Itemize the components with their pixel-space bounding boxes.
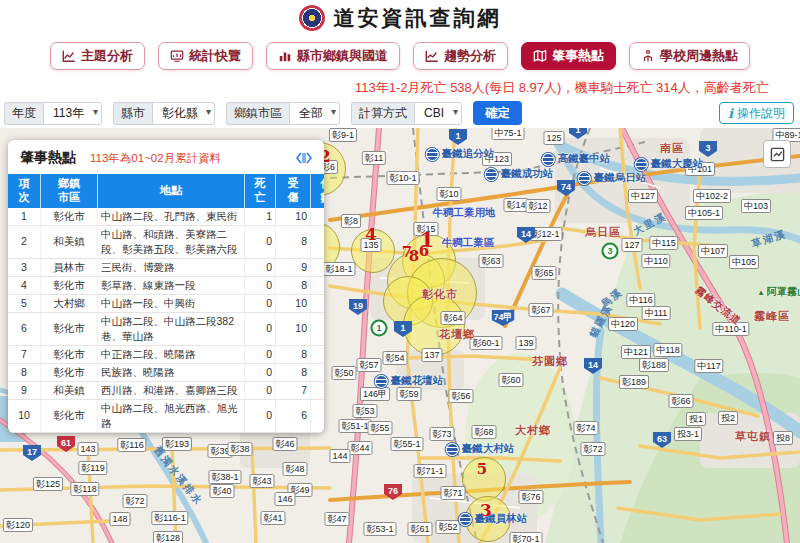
table-cell: 0 <box>245 345 276 363</box>
table-cell: 0 <box>245 294 276 312</box>
method-label: 計算方式 <box>351 102 414 125</box>
table-cell: 中山路一段、中興街 <box>98 294 245 312</box>
table-cell: 0 <box>245 381 276 399</box>
column-header: 件 數 <box>311 174 325 208</box>
table-cell: 彰化市 <box>41 312 98 345</box>
column-header: 死 亡 <box>245 174 276 208</box>
table-cell: 中山路二段、中山路二段382巷、華山路 <box>98 312 245 345</box>
column-header: 鄉鎮 市區 <box>41 174 98 208</box>
table-cell: 2 <box>8 225 41 258</box>
panel-header: 肇事熱點 113年為01~02月累計資料 <box>8 140 324 174</box>
table-cell: 彰化市 <box>41 399 98 432</box>
hotspot-circle[interactable] <box>351 229 395 273</box>
nav-tab-trend-analysis[interactable]: 趨勢分析 <box>413 42 508 70</box>
table-row[interactable]: 7彰化市中正路二段、曉陽路085 <box>8 345 324 363</box>
stats-marquee: 113年1-2月死亡 538人(每日 8.97人)，機車騎士死亡 314人，高齡… <box>0 79 800 97</box>
table-cell: 0 <box>245 363 276 381</box>
table-cell: 0 <box>245 276 276 294</box>
year-label: 年度 <box>4 102 43 125</box>
table-cell: 三民街、博愛路 <box>98 258 245 276</box>
table-cell: 10 <box>8 399 41 432</box>
table-cell: 彰草路、線東路一段 <box>98 276 245 294</box>
table-cell: 1 <box>245 208 276 226</box>
nav-tab-stats-overview[interactable]: 統計快覽 <box>158 42 253 70</box>
hotspot-table-body: 1彰化市中山路二段、孔門路、東民街11082和美鎮中山路、和頭路、美寮路二段、彰… <box>8 208 324 433</box>
year-select[interactable]: 113年 <box>43 102 102 125</box>
table-cell: 6 <box>8 312 41 345</box>
table-cell: 西川路、和港路、嘉卿路三段 <box>98 381 245 399</box>
table-cell: 中山路二段、孔門路、東民街 <box>98 208 245 226</box>
table-cell: 8 <box>8 363 41 381</box>
nav-tab-theme-analysis[interactable]: 主題分析 <box>50 42 145 70</box>
filter-bar: 年度 113年 縣市 彰化縣 鄉鎮市區 全部 計算方式 CBI 確定 i 操作說… <box>0 99 800 127</box>
nav-tab-county-township-highway[interactable]: 縣市鄉鎮與國道 <box>266 42 400 70</box>
table-row[interactable]: 2和美鎮中山路、和頭路、美寮路二段、彰美路五段、彰美路六段087 <box>8 225 324 258</box>
table-cell: 3 <box>8 258 41 276</box>
table-cell: 9 <box>8 381 41 399</box>
help-label: 操作說明 <box>737 105 785 122</box>
table-cell: 0 <box>245 312 276 345</box>
table-cell: 8 <box>276 225 311 258</box>
map-icon <box>533 49 547 63</box>
marquee-text: 113年1-2月死亡 538人(每日 8.97人)，機車騎士死亡 314人，高齡… <box>355 79 769 97</box>
town-select[interactable]: 全部 <box>289 102 340 125</box>
column-header: 地點 <box>98 174 245 208</box>
nav-label: 統計快覽 <box>189 47 241 65</box>
table-cell: 0 <box>245 399 276 432</box>
panel-subtitle: 113年為01~02月累計資料 <box>90 151 221 166</box>
table-cell: 5 <box>311 312 325 345</box>
table-cell: 10 <box>276 294 311 312</box>
table-cell: 5 <box>311 345 325 363</box>
county-select[interactable]: 彰化縣 <box>152 102 215 125</box>
column-header: 受 傷 <box>276 174 311 208</box>
map-layers-icon <box>770 147 785 162</box>
hotspot-panel: 肇事熱點 113年為01~02月累計資料 項 次鄉鎮 市區地點死 亡受 傷件 數… <box>8 140 324 433</box>
collapse-icon <box>296 152 312 164</box>
table-cell: 5 <box>311 294 325 312</box>
column-header: 項 次 <box>8 174 41 208</box>
bar-chart-icon <box>278 49 292 63</box>
nav-label: 肇事熱點 <box>552 47 604 65</box>
hotspot-table: 項 次鄉鎮 市區地點死 亡受 傷件 數 1彰化市中山路二段、孔門路、東民街110… <box>8 174 324 433</box>
table-row[interactable]: 6彰化市中山路二段、中山路二段382巷、華山路0105 <box>8 312 324 345</box>
table-cell: 8 <box>276 345 311 363</box>
table-row[interactable]: 8彰化市民族路、曉陽路085 <box>8 363 324 381</box>
map-layers-button[interactable] <box>763 140 791 168</box>
table-header-row: 項 次鄉鎮 市區地點死 亡受 傷件 數 <box>8 174 324 208</box>
school-icon <box>641 49 655 63</box>
method-select[interactable]: CBI <box>414 102 462 125</box>
table-cell: 6 <box>311 258 325 276</box>
nav-tab-school-zone-hotspots[interactable]: 學校周邊熱點 <box>629 42 750 70</box>
help-button[interactable]: i 操作說明 <box>719 102 794 124</box>
hotspot-circle[interactable] <box>462 457 506 501</box>
table-cell: 4 <box>8 276 41 294</box>
table-cell: 彰化市 <box>41 345 98 363</box>
table-row[interactable]: 3員林市三民街、博愛路096 <box>8 258 324 276</box>
table-row[interactable]: 1彰化市中山路二段、孔門路、東民街1108 <box>8 208 324 226</box>
panel-collapse-button[interactable] <box>296 152 312 164</box>
nav-label: 學校周邊熱點 <box>660 47 738 65</box>
hotspot-circle[interactable] <box>465 496 511 542</box>
nav-label: 主題分析 <box>81 47 133 65</box>
table-cell: 彰化市 <box>41 363 98 381</box>
nav-tab-crash-hotspots[interactable]: 肇事熱點 <box>521 42 616 70</box>
table-row[interactable]: 10彰化市中山路二段、旭光西路、旭光路065 <box>8 399 324 432</box>
table-row[interactable]: 9和美鎮西川路、和港路、嘉卿路三段075 <box>8 381 324 399</box>
table-cell: 6 <box>276 399 311 432</box>
page: 道安資訊查詢網 主題分析 統計快覽 縣市鄉鎮與國道 趨勢分析 肇事熱點 學校周邊… <box>0 0 800 543</box>
submit-button[interactable]: 確定 <box>473 101 522 125</box>
hotspot-circle[interactable] <box>403 294 465 356</box>
site-logo-icon <box>299 5 325 31</box>
county-label: 縣市 <box>113 102 152 125</box>
line-chart-icon <box>425 49 439 63</box>
table-cell: 5 <box>311 399 325 432</box>
table-cell: 7 <box>8 345 41 363</box>
table-row[interactable]: 4彰化市彰草路、線東路一段086 <box>8 276 324 294</box>
table-row[interactable]: 5大村鄉中山路一段、中興街0105 <box>8 294 324 312</box>
table-cell: 和美鎮 <box>41 225 98 258</box>
town-label: 鄉鎮市區 <box>226 102 289 125</box>
table-cell: 彰化市 <box>41 208 98 226</box>
table-cell: 0 <box>245 258 276 276</box>
table-cell: 9 <box>276 258 311 276</box>
table-cell: 5 <box>8 294 41 312</box>
